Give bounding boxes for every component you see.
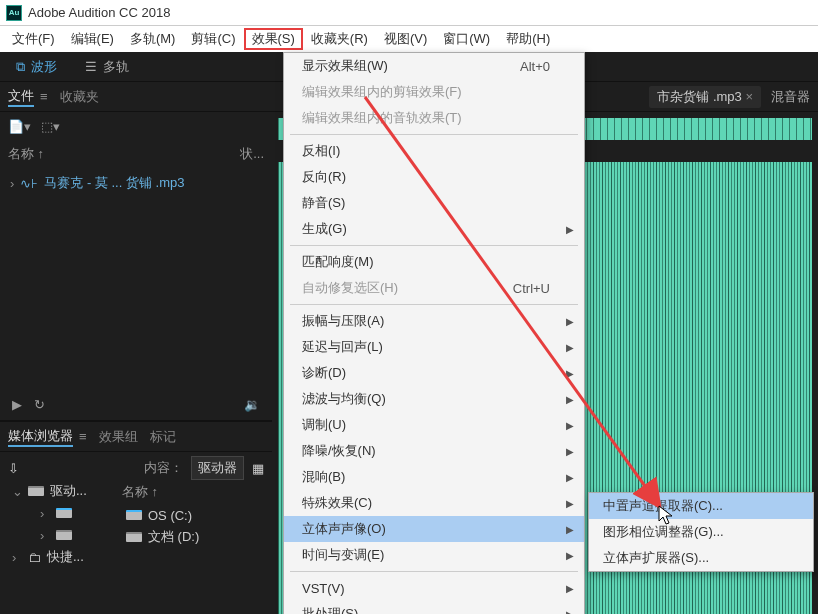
- mi-invert[interactable]: 反相(I): [284, 138, 584, 164]
- tab-marker[interactable]: 标记: [150, 428, 176, 446]
- media-browser-top: ⇩ 内容： 驱动器 ▦: [8, 456, 264, 480]
- file-item[interactable]: › ∿⊦ 马赛克 - 莫 ... 货铺 .mp3: [8, 172, 264, 194]
- tab-favorites[interactable]: 收藏夹: [60, 88, 99, 106]
- left-column: 文件 ≡ 收藏夹 📄▾ ⬚▾ 名称 ↑ 状... › ∿⊦ 马赛克 - 莫 ..…: [0, 82, 272, 614]
- drive-d-icon: [126, 532, 142, 542]
- mi-delay-echo[interactable]: 延迟与回声(L)▶: [284, 334, 584, 360]
- menu-effects[interactable]: 效果(S): [244, 28, 303, 50]
- media-browser-panel: 媒体浏览器 ≡ 效果组 标记 ⇩ 内容： 驱动器 ▦ ⌄: [0, 421, 272, 572]
- name-column[interactable]: 名称 ↑: [122, 483, 158, 501]
- mi-diagnostics[interactable]: 诊断(D)▶: [284, 360, 584, 386]
- tree-root-drives[interactable]: ⌄ 驱动...: [8, 480, 118, 502]
- menu-window[interactable]: 窗口(W): [435, 28, 498, 50]
- media-browser-tabs: 媒体浏览器 ≡ 效果组 标记: [0, 422, 272, 452]
- play-button[interactable]: ▶: [12, 397, 22, 412]
- mi-silence[interactable]: 静音(S): [284, 190, 584, 216]
- mi-vst[interactable]: VST(V)▶: [284, 575, 584, 601]
- multitrack-label: 多轨: [103, 58, 129, 76]
- tab-media-browser[interactable]: 媒体浏览器: [8, 427, 73, 447]
- open-file-icon[interactable]: 📄▾: [8, 119, 31, 134]
- menu-separator: [290, 571, 578, 572]
- chevron-right-icon: ▶: [566, 472, 574, 483]
- tree-drive-d[interactable]: ›: [36, 524, 118, 546]
- drive-d-icon: [56, 530, 72, 540]
- smi-center-channel-extractor[interactable]: 中置声道提取器(C)...: [589, 493, 813, 519]
- chevron-down-icon: ⌄: [12, 484, 22, 499]
- chevron-right-icon: ▶: [566, 446, 574, 457]
- chevron-right-icon: ›: [40, 528, 50, 543]
- status-column[interactable]: 状...: [240, 145, 264, 163]
- browser-drive-c[interactable]: OS (C:): [122, 504, 264, 526]
- mi-show-effects-rack[interactable]: 显示效果组(W)Alt+0: [284, 53, 584, 79]
- tab-files[interactable]: 文件: [8, 87, 34, 107]
- waveform-label: 波形: [31, 58, 57, 76]
- mi-time-pitch[interactable]: 时间与变调(E)▶: [284, 542, 584, 568]
- tree-drive-c[interactable]: ›: [36, 502, 118, 524]
- tree-root-label: 驱动...: [50, 482, 87, 500]
- panel-menu-icon[interactable]: ≡: [79, 429, 87, 444]
- menu-favorites[interactable]: 收藏夹(R): [303, 28, 376, 50]
- chevron-right-icon: ▶: [566, 524, 574, 535]
- panel-menu-icon[interactable]: ≡: [40, 89, 48, 104]
- title-bar: Au Adobe Audition CC 2018: [0, 0, 818, 26]
- menu-multitrack[interactable]: 多轨(M): [122, 28, 184, 50]
- chevron-right-icon: ▶: [566, 550, 574, 561]
- tree-quick[interactable]: › 🗀 快捷...: [8, 546, 118, 568]
- smi-stereo-expander[interactable]: 立体声扩展器(S)...: [589, 545, 813, 571]
- mi-match-loudness[interactable]: 匹配响度(M): [284, 249, 584, 275]
- chevron-right-icon: ›: [12, 550, 22, 565]
- effects-menu: 显示效果组(W)Alt+0 编辑效果组内的剪辑效果(F) 编辑效果组内的音轨效果…: [283, 52, 585, 614]
- menu-edit[interactable]: 编辑(E): [63, 28, 122, 50]
- chevron-right-icon: ›: [10, 176, 14, 191]
- mixer-tab[interactable]: 混音器: [771, 88, 810, 106]
- chevron-right-icon: ▶: [566, 609, 574, 615]
- mi-amplitude[interactable]: 振幅与压限(A)▶: [284, 308, 584, 334]
- drive-c-icon: [56, 508, 72, 518]
- mi-filter-eq[interactable]: 滤波与均衡(Q)▶: [284, 386, 584, 412]
- view-icon[interactable]: ▦: [252, 461, 264, 476]
- stereo-imagery-submenu: 中置声道提取器(C)... 图形相位调整器(G)... 立体声扩展器(S)...: [588, 492, 814, 572]
- files-panel-tabs: 文件 ≡ 收藏夹: [0, 82, 272, 112]
- mi-modulation[interactable]: 调制(U)▶: [284, 412, 584, 438]
- waveform-mode-button[interactable]: ⧉ 波形: [8, 56, 65, 78]
- menu-bar: 文件(F) 编辑(E) 多轨(M) 剪辑(C) 效果(S) 收藏夹(R) 视图(…: [0, 26, 818, 52]
- app-icon: Au: [6, 5, 22, 21]
- content-select[interactable]: 驱动器: [191, 456, 244, 480]
- mi-stereo-imagery[interactable]: 立体声声像(O)▶: [284, 516, 584, 542]
- editor-file-tab[interactable]: 市杂货铺 .mp3 ×: [649, 86, 761, 108]
- tab-effects-group[interactable]: 效果组: [99, 428, 138, 446]
- chevron-right-icon: ▶: [566, 316, 574, 327]
- quick-label: 快捷...: [47, 548, 84, 566]
- mi-generate[interactable]: 生成(G)▶: [284, 216, 584, 242]
- menu-view[interactable]: 视图(V): [376, 28, 435, 50]
- files-toolbar: 📄▾ ⬚▾: [0, 112, 272, 140]
- record-icon[interactable]: ⬚▾: [41, 119, 60, 134]
- menu-file[interactable]: 文件(F): [4, 28, 63, 50]
- volume-button[interactable]: 🔉: [244, 397, 260, 412]
- audio-file-icon: ∿⊦: [20, 176, 38, 191]
- menu-clip[interactable]: 剪辑(C): [183, 28, 243, 50]
- smi-graphic-phase-shifter[interactable]: 图形相位调整器(G)...: [589, 519, 813, 545]
- menu-separator: [290, 245, 578, 246]
- menu-help[interactable]: 帮助(H): [498, 28, 558, 50]
- multitrack-mode-button[interactable]: ☰ 多轨: [77, 56, 137, 78]
- import-icon[interactable]: ⇩: [8, 461, 19, 476]
- chevron-right-icon: ▶: [566, 394, 574, 405]
- mi-reverse[interactable]: 反向(R): [284, 164, 584, 190]
- files-heading: 名称 ↑ 状...: [0, 140, 272, 168]
- multitrack-icon: ☰: [85, 59, 97, 74]
- browser-drive-d[interactable]: 文档 (D:): [122, 526, 264, 548]
- mi-noise-reduction[interactable]: 降噪/恢复(N)▶: [284, 438, 584, 464]
- name-column[interactable]: 名称 ↑: [8, 145, 44, 163]
- shortcut-text: Alt+0: [520, 59, 550, 74]
- drive-d-label: 文档 (D:): [148, 528, 199, 546]
- loop-button[interactable]: ↻: [34, 397, 45, 412]
- content-label: 内容：: [144, 459, 183, 477]
- mi-reverb[interactable]: 混响(B)▶: [284, 464, 584, 490]
- menu-separator: [290, 134, 578, 135]
- folder-icon: 🗀: [28, 550, 41, 565]
- mi-batch[interactable]: 批处理(S)▶: [284, 601, 584, 614]
- close-icon[interactable]: ×: [745, 89, 753, 104]
- mi-edit-clip-effects: 编辑效果组内的剪辑效果(F): [284, 79, 584, 105]
- mi-special[interactable]: 特殊效果(C)▶: [284, 490, 584, 516]
